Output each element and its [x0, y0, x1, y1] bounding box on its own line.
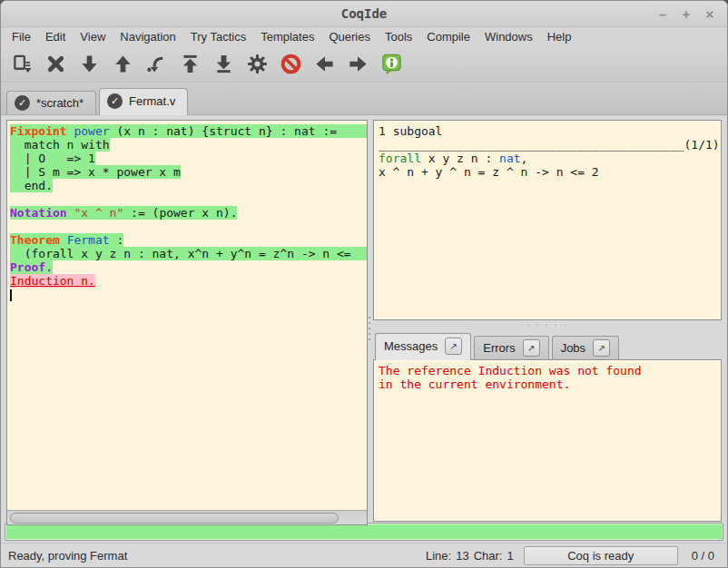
- tab-messages[interactable]: Messages↗: [375, 333, 471, 360]
- close-x-icon[interactable]: [42, 50, 69, 77]
- code-line: Theorem Fermat :: [10, 233, 367, 247]
- goto-cursor-icon[interactable]: [143, 50, 170, 77]
- detach-icon[interactable]: ↗: [593, 339, 610, 357]
- script-editor[interactable]: Fixpoint power (x n : nat) {struct n} : …: [7, 121, 367, 510]
- toolbar: [1, 45, 727, 83]
- message-text: The reference Induction was not foundin …: [374, 360, 721, 395]
- menu-navigation[interactable]: Navigation: [113, 29, 182, 44]
- tab-label: Jobs: [561, 341, 585, 355]
- menu-compile[interactable]: Compile: [419, 29, 477, 44]
- code-line: Fixpoint power (x n : nat) {struct n} : …: [10, 124, 367, 138]
- goal-pane: 1 subgoal_______________________________…: [373, 120, 722, 320]
- menu-help[interactable]: Help: [540, 29, 579, 44]
- menu-edit[interactable]: Edit: [38, 29, 73, 44]
- text-caret: [10, 289, 12, 301]
- tab-label: Messages: [384, 339, 438, 353]
- goal-line: forall x y z n : nat,: [379, 152, 716, 165]
- tab-fermat-v[interactable]: ✓Fermat.v: [99, 88, 188, 115]
- message-line: The reference Induction was not found: [379, 364, 716, 377]
- goal-line: 1 subgoal: [379, 124, 716, 138]
- code-line: [10, 220, 367, 233]
- vertical-splitter-handle[interactable]: [366, 297, 373, 360]
- stop-icon[interactable]: [277, 50, 304, 77]
- char-value: 1: [507, 549, 513, 563]
- status-message: Ready, proving Fermat: [8, 549, 127, 563]
- status-bar: Ready, proving Fermat Line: 13 Char: 1 C…: [1, 543, 727, 567]
- message-line: in the current environment.: [379, 377, 716, 391]
- coqide-window: CoqIde – + × FileEditViewNavigationTry T…: [0, 0, 728, 568]
- code-line: Notation "x ^ n" := (power x n).: [10, 206, 367, 220]
- check-icon: ✓: [15, 95, 30, 111]
- messages-pane: The reference Induction was not foundin …: [373, 359, 722, 522]
- main-split-area: Fixpoint power (x n : nat) {struct n} : …: [1, 115, 727, 520]
- window-controls: – + ×: [653, 5, 727, 23]
- menu-tools[interactable]: Tools: [378, 29, 419, 44]
- messages-notebook: Messages↗Errors↗Jobs↗ The reference Indu…: [373, 331, 722, 522]
- check-icon: ✓: [107, 93, 123, 109]
- code-line: | S m => x * power x m: [10, 165, 367, 179]
- progress-bar: [5, 523, 723, 541]
- window-title: CoqIde: [1, 6, 727, 21]
- horizontal-splitter-handle[interactable]: · · · · ·: [373, 322, 722, 329]
- goal-text: 1 subgoal_______________________________…: [374, 121, 721, 182]
- titlebar: CoqIde – + ×: [1, 1, 727, 27]
- up-arrow-icon[interactable]: [109, 50, 136, 77]
- line-label: Line:: [426, 549, 451, 563]
- char-label: Char:: [474, 549, 503, 563]
- menu-templates[interactable]: Templates: [253, 29, 321, 44]
- code-line: [10, 192, 367, 206]
- code-line: [10, 288, 367, 301]
- menu-windows[interactable]: Windows: [477, 29, 540, 44]
- code-line: Proof.: [10, 260, 367, 274]
- menu-file[interactable]: File: [5, 29, 38, 44]
- minimize-button[interactable]: –: [653, 5, 673, 23]
- line-value: 13: [456, 549, 468, 563]
- code-line: match n with: [10, 138, 367, 152]
- down-arrow-icon[interactable]: [75, 50, 103, 77]
- menu-bar: FileEditViewNavigationTry TacticsTemplat…: [1, 27, 727, 45]
- editor-hscrollbar-thumb[interactable]: [10, 513, 339, 524]
- maximize-button[interactable]: +: [676, 5, 696, 23]
- detach-icon[interactable]: ↗: [523, 339, 540, 357]
- close-button[interactable]: ×: [700, 5, 720, 23]
- document-down-icon[interactable]: [8, 50, 35, 77]
- menu-queries[interactable]: Queries: [321, 29, 378, 44]
- status-right: Line: 13 Char: 1 Coq is ready 0 / 0: [426, 546, 720, 565]
- right-arrow-icon[interactable]: [344, 50, 371, 77]
- left-arrow-icon[interactable]: [310, 50, 338, 77]
- messages-tab-bar: Messages↗Errors↗Jobs↗: [373, 331, 722, 359]
- goto-start-icon[interactable]: [176, 50, 203, 77]
- tab-errors[interactable]: Errors↗: [474, 336, 548, 359]
- editor-tab-strip: ✓*scratch*✓Fermat.v: [1, 83, 727, 115]
- menu-view[interactable]: View: [73, 29, 113, 44]
- goto-end-icon[interactable]: [210, 50, 237, 77]
- tab--scratch-[interactable]: ✓*scratch*: [6, 91, 96, 114]
- code-line: Induction n.: [10, 274, 367, 288]
- goal-line: ________________________________________…: [379, 138, 716, 152]
- gear-icon[interactable]: [243, 50, 271, 77]
- script-editor-pane: Fixpoint power (x n : nat) {struct n} : …: [6, 120, 368, 525]
- code-line: | O => 1: [10, 152, 367, 165]
- tab-label: *scratch*: [36, 96, 84, 110]
- menu-try-tactics[interactable]: Try Tactics: [183, 29, 253, 44]
- code-line: (forall x y z n : nat, x^n + y^n = z^n -…: [10, 247, 367, 260]
- coq-state-indicator: Coq is ready: [524, 546, 678, 565]
- info-icon[interactable]: [378, 50, 405, 77]
- editor-hscrollbar[interactable]: [7, 510, 367, 524]
- tab-label: Errors: [483, 341, 515, 355]
- tab-label: Fermat.v: [129, 94, 175, 108]
- goal-line: x ^ n + y ^ n = z ^ n -> n <= 2: [379, 165, 716, 179]
- detach-icon[interactable]: ↗: [445, 338, 462, 355]
- tab-jobs[interactable]: Jobs↗: [552, 336, 619, 359]
- job-count: 0 / 0: [692, 549, 714, 563]
- code-line: end.: [10, 179, 367, 192]
